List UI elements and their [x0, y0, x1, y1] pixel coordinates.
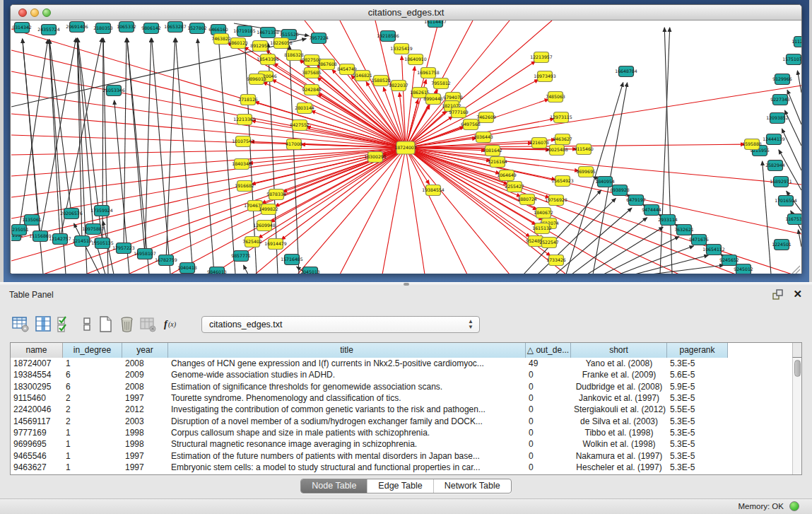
graph-node[interactable]: 1880724	[517, 194, 537, 205]
scrollbar-thumb[interactable]	[794, 360, 801, 377]
graph-node[interactable]: 8471676	[689, 235, 709, 245]
column-visibility-icon[interactable]	[34, 315, 53, 334]
tab-node-table[interactable]: Node Table	[301, 479, 367, 493]
row-select-icon[interactable]	[55, 315, 74, 334]
column-header-in_degree[interactable]: in_degree	[63, 343, 122, 358]
graph-node[interactable]: 1615132	[532, 223, 552, 234]
graph-edge[interactable]	[49, 40, 71, 214]
graph-node[interactable]: 9896013	[247, 74, 266, 85]
graph-node[interactable]: 19756928	[545, 195, 567, 206]
graph-node[interactable]: 1167533	[785, 214, 801, 225]
graph-edge[interactable]	[555, 208, 632, 274]
graph-node[interactable]: 16782759	[155, 255, 177, 266]
graph-node[interactable]: 7625402	[242, 237, 262, 247]
column-header-out_de[interactable]: △ out_de...	[526, 343, 571, 358]
table-row[interactable]: 946362711997Embryonic stem cells: a mode…	[11, 462, 801, 473]
import-table-icon[interactable]	[139, 315, 158, 334]
graph-node[interactable]: 5860123	[228, 38, 248, 49]
graph-node[interactable]: 6497568	[461, 119, 481, 130]
column-header-name[interactable]: name	[11, 343, 63, 358]
graph-node[interactable]: 12142757	[49, 234, 71, 245]
graph-edge[interactable]	[78, 38, 93, 229]
graph-node[interactable]: 8314342	[12, 23, 32, 33]
table-row[interactable]: 1456911722003Disruption of a novel membe…	[11, 415, 801, 426]
graph-node[interactable]: 7485063	[546, 92, 565, 103]
delete-table-icon[interactable]	[117, 315, 136, 334]
graph-node[interactable]: 8427552	[290, 120, 310, 131]
graph-node[interactable]: 10107543	[232, 136, 254, 147]
graph-node[interactable]: 1040418	[177, 263, 197, 274]
graph-node[interactable]: 2718126	[238, 95, 258, 105]
graph-node[interactable]: 8186328	[284, 50, 304, 61]
graph-node[interactable]: 8938928	[610, 185, 630, 196]
table-row[interactable]: 1938455462009Genome-wide association stu…	[11, 369, 801, 380]
network-window-titlebar[interactable]: citations_edges.txt	[11, 5, 801, 21]
graph-edge[interactable]	[255, 102, 406, 148]
graph-node[interactable]: 2933114	[658, 215, 678, 226]
graph-node[interactable]: 2081642	[483, 146, 502, 156]
graph-edge[interactable]	[566, 83, 623, 274]
table-row[interactable]: 2242004622012Investigating the contribut…	[11, 404, 801, 415]
graph-node[interactable]: 15654923	[551, 176, 574, 187]
graph-node[interactable]: 9857771	[231, 251, 251, 262]
graph-edge[interactable]	[127, 38, 145, 254]
graph-node[interactable]: 18543396	[257, 54, 279, 65]
graph-node[interactable]: 9115460	[574, 144, 594, 155]
graph-node[interactable]: 15751074	[782, 54, 801, 65]
graph-node[interactable]: 1588520	[371, 76, 391, 86]
graph-node[interactable]: 1235051	[11, 225, 29, 235]
graph-node[interactable]: 15892971	[770, 177, 792, 187]
graph-node[interactable]: 16961758	[417, 68, 440, 78]
graph-node[interactable]: 17957223	[112, 243, 135, 254]
column-header-title[interactable]: title	[168, 343, 526, 358]
graph-edge[interactable]	[406, 21, 510, 148]
graph-node[interactable]: 7462609	[476, 112, 496, 123]
graph-node[interactable]: 9227343	[770, 95, 790, 105]
graph-node[interactable]: 17359924	[90, 206, 113, 216]
function-icon[interactable]: f(x)	[163, 315, 182, 334]
graph-node[interactable]: 1224501	[772, 240, 792, 250]
graph-node[interactable]: 1840346	[232, 159, 252, 170]
graph-node[interactable]: 21053346	[102, 86, 125, 96]
graph-edge[interactable]	[406, 148, 736, 274]
table-row[interactable]: 1872400712008Changes of HCN gene express…	[11, 358, 801, 369]
graph-node[interactable]: 7955812	[431, 78, 451, 89]
close-panel-icon[interactable]: ✕	[793, 288, 802, 300]
graph-node[interactable]: 20206576	[60, 209, 83, 219]
table-row[interactable]: 911546021997Tourette syndrome. Phenomeno…	[11, 392, 801, 404]
graph-node[interactable]: 1733426	[546, 255, 566, 266]
rows-icon[interactable]	[78, 315, 97, 334]
graph-node[interactable]: 13325419	[390, 44, 413, 54]
graph-node[interactable]: 9846013	[207, 267, 227, 274]
graph-node[interactable]: 16648784	[615, 66, 637, 77]
graph-edge[interactable]	[619, 246, 694, 274]
graph-node[interactable]: 20691406	[66, 22, 88, 33]
graph-node[interactable]: 1916682	[235, 181, 254, 192]
float-panel-icon[interactable]	[772, 289, 784, 300]
divider-grip-icon[interactable]	[404, 283, 409, 286]
graph-node[interactable]: 12093852	[766, 113, 789, 124]
graph-node[interactable]: 8990448	[423, 94, 443, 105]
graph-edge[interactable]	[19, 40, 48, 230]
graph-edge[interactable]	[244, 265, 248, 274]
graph-node[interactable]: 2255427	[505, 182, 524, 192]
graph-node[interactable]: 2036443	[473, 132, 493, 143]
graph-node[interactable]: 12213957	[530, 52, 553, 63]
graph-node[interactable]: 9806142	[141, 23, 161, 34]
graph-node[interactable]: 9242848	[302, 85, 322, 95]
canvas-resize-grip[interactable]	[792, 266, 800, 274]
graph-node[interactable]: 9822037	[389, 81, 408, 91]
graph-node[interactable]: 9699695	[576, 167, 596, 177]
graph-node[interactable]: 1499822	[259, 204, 278, 215]
graph-edge[interactable]	[166, 38, 175, 260]
tab-network-table[interactable]: Network Table	[433, 479, 511, 493]
graph-node[interactable]: 2582944	[765, 160, 785, 171]
graph-node[interactable]: 7632621	[674, 225, 694, 235]
graph-node[interactable]: 1527802	[187, 23, 207, 34]
graph-node[interactable]: 12973115	[550, 112, 572, 123]
graph-edge[interactable]	[797, 71, 801, 93]
graph-node[interactable]: 18724007	[394, 141, 417, 154]
table-row[interactable]: 946554611997Estimation of the future num…	[11, 450, 801, 461]
graph-node[interactable]: 16958107	[134, 249, 156, 259]
graph-node[interactable]: 14671358	[257, 28, 279, 38]
